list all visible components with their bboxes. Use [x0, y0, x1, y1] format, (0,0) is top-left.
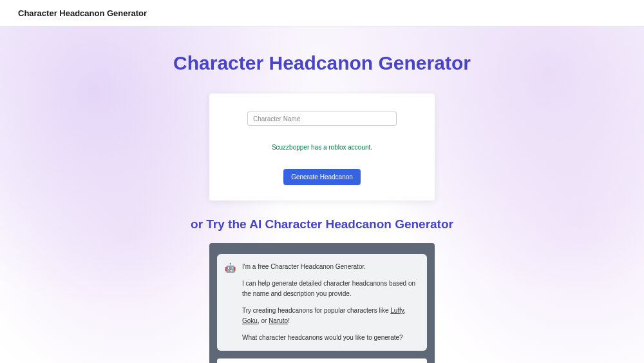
chat-input[interactable]: [217, 358, 427, 363]
chat-desc: I can help generate detailed character h…: [242, 279, 419, 299]
chat-prompt: What character headcanons would you like…: [242, 333, 419, 343]
character-name-input[interactable]: [247, 112, 397, 126]
chat-message-text: I'm a free Character Headcanon Generator…: [242, 262, 419, 343]
chat-try: Try creating headcanons for popular char…: [242, 306, 419, 326]
chat-frame: 🤖 I'm a free Character Headcanon Generat…: [209, 243, 435, 363]
chat-bubble: 🤖 I'm a free Character Headcanon Generat…: [217, 254, 427, 351]
link-luffy[interactable]: Luffy: [390, 307, 404, 314]
header: Character Headcanon Generator: [0, 0, 644, 26]
page-title: Character Headcanon Generator: [173, 52, 471, 74]
ai-section-subtitle: or Try the AI Character Headcanon Genera…: [191, 217, 453, 231]
link-naruto[interactable]: Naruto: [269, 317, 288, 324]
header-title: Character Headcanon Generator: [18, 8, 147, 18]
robot-icon: 🤖: [225, 263, 236, 272]
generator-card: Scuzzbopper has a roblox account. Genera…: [209, 93, 435, 201]
generate-headcanon-button[interactable]: Generate Headcanon: [283, 169, 361, 185]
link-goku[interactable]: Goku: [242, 317, 258, 324]
chat-intro: I'm a free Character Headcanon Generator…: [242, 262, 419, 272]
main-content: Character Headcanon Generator Scuzzboppe…: [0, 26, 644, 363]
result-text: Scuzzbopper has a roblox account.: [272, 144, 372, 151]
